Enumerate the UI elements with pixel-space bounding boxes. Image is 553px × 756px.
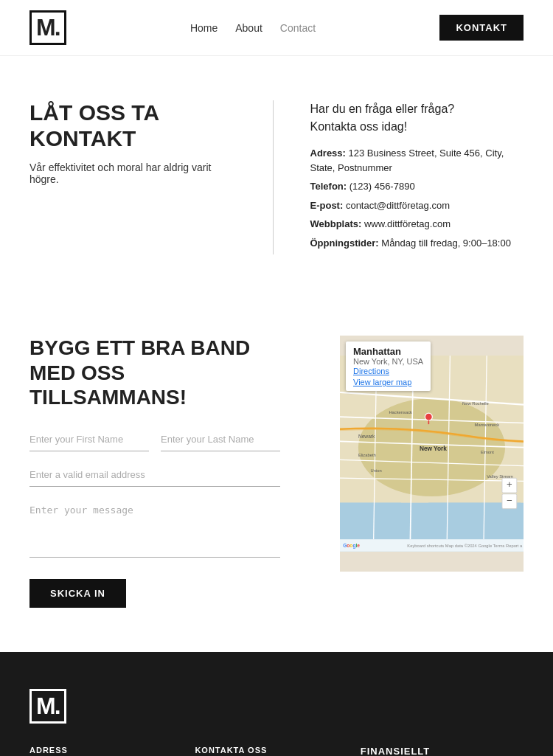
contact-question: Har du en fråga eller fråga?Kontakta oss…	[310, 100, 524, 136]
contact-details: Har du en fråga eller fråga?Kontakta oss…	[303, 100, 524, 254]
message-field-wrapper	[29, 499, 280, 560]
map-container[interactable]: New York Newark Hackensack New Rochelle …	[340, 336, 524, 572]
footer-contact-col: KONTAKTA OSS Telefon: (123) 456-7890 E-p…	[195, 746, 330, 756]
name-row	[29, 428, 280, 451]
address-line: Adress: 123 Business Street, Suite 456, …	[310, 146, 524, 175]
last-name-input[interactable]	[161, 428, 280, 451]
form-heading: BYGG ETT BRA BAND MED OSS TILLSAMMANS!	[29, 336, 280, 410]
hours-line: Öppningstider: Måndag till fredag, 9:00–…	[310, 236, 524, 251]
svg-point-24	[425, 413, 432, 420]
contact-subtext: Vår effektivitet och moral har aldrig va…	[29, 162, 243, 185]
map-state: New York, NY, USA	[353, 357, 423, 366]
last-name-field	[161, 428, 280, 451]
svg-text:New York: New York	[420, 445, 447, 452]
email-input[interactable]	[29, 463, 280, 487]
svg-text:−: −	[507, 495, 512, 506]
footer-address-heading: ADRESS	[29, 746, 165, 755]
footer-columns: ADRESS 123 Business Street, Suite 456, C…	[29, 746, 524, 756]
view-larger-link[interactable]: View larger map	[353, 378, 423, 386]
contact-info-section: LÅT OSS TA KONTAKT Vår effektivitet och …	[0, 56, 553, 299]
message-input[interactable]	[29, 499, 280, 558]
map-section: New York Newark Hackensack New Rochelle …	[340, 336, 524, 572]
footer: M. ADRESS 123 Business Street, Suite 456…	[0, 652, 553, 756]
svg-text:Elmont: Elmont	[481, 450, 494, 454]
contact-heading: LÅT OSS TA KONTAKT	[29, 100, 243, 151]
submit-button[interactable]: SKICKA IN	[29, 579, 126, 608]
svg-text:+: +	[507, 479, 512, 490]
navbar: M. Home About Contact KONTAKT	[0, 0, 553, 56]
svg-text:Keyboard shortcuts  Map data ©: Keyboard shortcuts Map data ©2024 Google…	[407, 544, 524, 548]
footer-promo-col: Finansiellt friskvårdscenter, resurser f…	[361, 746, 524, 756]
nav-contact[interactable]: Contact	[280, 22, 316, 34]
directions-link[interactable]: Directions	[353, 367, 389, 375]
email-field-wrapper	[29, 463, 280, 487]
kontakt-button[interactable]: KONTAKT	[439, 15, 524, 41]
svg-text:Elizabeth: Elizabeth	[358, 453, 376, 457]
nav-about[interactable]: About	[235, 22, 262, 34]
first-name-field	[29, 428, 149, 451]
form-map-section: BYGG ETT BRA BAND MED OSS TILLSAMMANS! S…	[0, 299, 553, 652]
phone-line: Telefon: (123) 456-7890	[310, 179, 524, 194]
logo: M.	[29, 10, 66, 45]
nav-links: Home About Contact	[190, 22, 316, 34]
svg-text:Mamaroneck: Mamaroneck	[475, 423, 500, 427]
footer-promo-heading: Finansiellt friskvårdscenter, resurser f…	[361, 746, 524, 756]
footer-contact-heading: KONTAKTA OSS	[195, 746, 330, 755]
section1-divider	[273, 100, 274, 254]
svg-text:New Rochelle: New Rochelle	[462, 401, 489, 406]
contact-left: LÅT OSS TA KONTAKT Vår effektivitet och …	[29, 100, 243, 254]
svg-text:Hackensack: Hackensack	[389, 410, 412, 415]
footer-logo: M.	[29, 689, 524, 724]
nav-home[interactable]: Home	[190, 22, 218, 34]
map-overlay: Manhattan New York, NY, USA Directions V…	[346, 341, 431, 391]
map-city: Manhattan	[353, 346, 423, 357]
email-line: E-post: contact@dittföretag.com	[310, 198, 524, 213]
footer-address-col: ADRESS 123 Business Street, Suite 456, C…	[29, 746, 165, 756]
info-block: Adress: 123 Business Street, Suite 456, …	[310, 146, 524, 250]
form-section: BYGG ETT BRA BAND MED OSS TILLSAMMANS! S…	[29, 336, 280, 608]
svg-text:Newark: Newark	[358, 434, 375, 439]
svg-text:Union: Union	[371, 468, 382, 473]
first-name-input[interactable]	[29, 428, 149, 451]
website-line: Webbplats: www.dittföretag.com	[310, 217, 524, 232]
svg-text:Google: Google	[343, 543, 360, 549]
